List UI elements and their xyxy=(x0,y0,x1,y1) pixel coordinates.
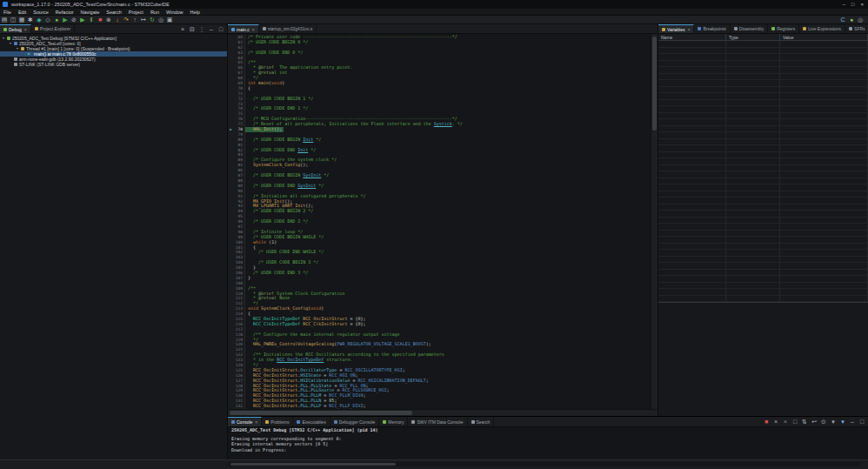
terminate-icon[interactable]: ■ xyxy=(96,16,104,24)
code-area[interactable]: 60/* Private user code -----------------… xyxy=(228,34,651,409)
variables-panel-tab-live-expressions[interactable]: Live Expressions xyxy=(799,24,845,33)
maximize-view-icon[interactable]: □ xyxy=(217,24,224,34)
console-panel-tab-console[interactable]: Console× xyxy=(228,417,262,426)
toggle-mark-occurrences-icon[interactable]: ▣ xyxy=(165,16,174,24)
editor-tab-startup-stm32g431xx-s[interactable]: startup_stm32g431xx.s xyxy=(259,24,317,33)
menu-edit[interactable]: Edit xyxy=(15,9,30,16)
menu-navigate[interactable]: Navigate xyxy=(77,9,103,16)
cell-value xyxy=(780,61,868,67)
debug-perspective-icon[interactable]: ● xyxy=(847,16,856,24)
suspend-icon[interactable]: ‖ xyxy=(87,16,96,24)
menu-refactor[interactable]: Refactor xyxy=(52,9,77,16)
c-cpp-perspective-icon[interactable]: C xyxy=(838,16,847,24)
cell-type xyxy=(726,218,780,224)
console-output[interactable]: Erasing memory corresponding to segment … xyxy=(228,433,868,452)
instruction-stepping-icon[interactable]: ↦ xyxy=(139,16,148,24)
device-configuration-icon[interactable]: ◈ xyxy=(35,16,43,24)
step-return-icon[interactable]: ↑ xyxy=(130,16,139,24)
cell-type xyxy=(726,93,780,99)
build-icon[interactable]: ✱ xyxy=(26,16,35,24)
menu-window[interactable]: Window xyxy=(163,9,187,16)
column-header-name[interactable]: Name xyxy=(658,34,726,40)
scrollbar-thumb[interactable] xyxy=(230,463,396,466)
cell-type xyxy=(726,67,780,73)
variables-panel-tab-disassembly[interactable]: Disassembly xyxy=(731,24,768,33)
variables-empty-row xyxy=(658,100,868,107)
variables-panel-tab-registers[interactable]: Registers xyxy=(768,24,799,33)
maximize-button[interactable]: □ xyxy=(851,0,855,9)
pin-console-icon[interactable]: ⊙ xyxy=(820,417,827,426)
menu-help[interactable]: Help xyxy=(187,9,204,16)
editor-horizontal-scrollbar[interactable] xyxy=(228,409,658,416)
step-into-icon[interactable]: ↓ xyxy=(113,16,122,24)
scrollbar-thumb[interactable] xyxy=(652,37,657,131)
variables-detail-pane[interactable] xyxy=(658,302,868,416)
column-header-type[interactable]: Type xyxy=(726,34,780,40)
cell-value xyxy=(780,171,868,178)
console-horizontal-scrollbar[interactable] xyxy=(229,462,861,466)
save-icon[interactable]: ◫ xyxy=(9,16,17,24)
console-panel-tab-executables[interactable]: Executables xyxy=(293,417,330,426)
minimize-button[interactable]: – xyxy=(843,0,845,9)
editor-tab-main-c[interactable]: main.c× xyxy=(228,24,259,33)
variables-panel-tab-breakpoints[interactable]: Breakpoints xyxy=(694,24,730,33)
variables-panel-tab-sfrs[interactable]: SFRs xyxy=(845,24,868,33)
debug-panel-tab-project-explorer[interactable]: Project Explorer xyxy=(31,24,76,33)
collapse-all-icon[interactable]: ⊟ xyxy=(189,24,196,34)
code-text: * in the RCC_OscInitTypeDef structure. xyxy=(245,358,354,363)
close-tab-icon[interactable]: × xyxy=(255,419,257,425)
menu-search[interactable]: Search xyxy=(103,9,124,16)
maximize-view-icon[interactable]: □ xyxy=(858,417,865,426)
skip-all-breakpoints-icon[interactable]: ⊘ xyxy=(70,16,78,24)
word-wrap-icon[interactable]: ↩ xyxy=(811,417,818,426)
sfrs-icon xyxy=(849,27,852,30)
console-panel-tab-problems[interactable]: Problems xyxy=(262,417,293,426)
cell-name xyxy=(658,296,726,302)
console-panel-tab-search[interactable]: Search xyxy=(468,417,495,426)
disconnect-icon[interactable]: ⊗ xyxy=(104,16,113,24)
remove-all-terminated-launches-icon[interactable]: × xyxy=(782,417,789,426)
minimize-view-icon[interactable]: – xyxy=(849,417,856,426)
terminate-console-icon[interactable]: ■ xyxy=(763,417,770,426)
run-icon[interactable]: ▶ xyxy=(61,16,70,24)
close-tab-icon[interactable]: × xyxy=(24,27,27,32)
remove-launch-icon[interactable]: × xyxy=(772,417,779,426)
remove-all-terminated-icon[interactable]: × xyxy=(179,24,186,34)
open-element-icon[interactable]: ◎ xyxy=(157,16,165,24)
tab-label: SWV ITM Data Console xyxy=(417,419,463,425)
restart-icon[interactable]: ↻ xyxy=(148,16,157,24)
console-panel-tab-memory[interactable]: Memory xyxy=(379,417,408,426)
close-button[interactable]: × xyxy=(860,0,864,9)
debug-panel-tab-debug[interactable]: Debug× xyxy=(0,24,31,33)
minimize-view-icon[interactable]: – xyxy=(208,24,215,34)
new-file-icon[interactable]: ▤ xyxy=(0,16,9,24)
clear-console-icon[interactable]: □ xyxy=(791,417,798,426)
debug-tree-item[interactable]: ST-LINK (ST-LINK GDB server) xyxy=(0,62,227,67)
variables-panel-tab-variables[interactable]: Variables× xyxy=(658,24,694,33)
menu-source[interactable]: Source xyxy=(30,9,51,16)
debug-icon[interactable]: ● xyxy=(52,16,61,24)
open-console-icon[interactable]: ▾ xyxy=(839,417,846,426)
close-tab-icon[interactable]: × xyxy=(252,27,255,32)
console-panel-tab-swv-itm-data-console[interactable]: SWV ITM Data Console xyxy=(408,417,467,426)
variables-empty-row xyxy=(658,250,868,257)
scrollbar-thumb[interactable] xyxy=(230,411,412,415)
editor-vertical-scrollbar[interactable] xyxy=(651,34,658,409)
cell-name xyxy=(658,119,726,125)
view-menu-icon[interactable]: ⋮ xyxy=(198,24,205,34)
step-over-icon[interactable]: ↷ xyxy=(122,16,130,24)
variables-table[interactable] xyxy=(658,41,868,302)
close-tab-icon[interactable]: × xyxy=(687,27,690,32)
new-launch-icon[interactable]: ◇ xyxy=(43,16,52,24)
resume-icon[interactable]: ▶ xyxy=(78,16,87,24)
menu-run[interactable]: Run xyxy=(147,9,163,16)
scroll-lock-icon[interactable]: ⇅ xyxy=(801,417,808,426)
console-panel-tab-debugger-console[interactable]: Debugger Console xyxy=(331,417,380,426)
display-selected-console-icon[interactable]: ▾ xyxy=(830,417,837,426)
main-toolbar: ▤◫▦✱◈◇●▶⊘▶‖■⊗↓↷↑↦↻◎▣ C●◎ xyxy=(0,16,868,24)
menu-project[interactable]: Project xyxy=(125,9,147,16)
search-icon[interactable]: ◎ xyxy=(856,16,865,24)
save-all-icon[interactable]: ▦ xyxy=(17,16,26,24)
menu-file[interactable]: File xyxy=(0,9,15,16)
column-header-value[interactable]: Value xyxy=(780,34,868,40)
